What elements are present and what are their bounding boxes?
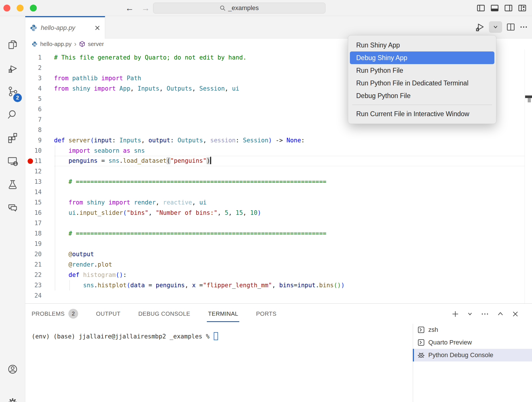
customize-layout-icon[interactable] xyxy=(518,3,527,13)
code-line-12[interactable]: 12 xyxy=(25,166,525,177)
debug-run-icon[interactable] xyxy=(474,22,485,32)
navigate-forward-button[interactable]: → xyxy=(141,3,150,13)
toggle-secondary-sidebar-icon[interactable] xyxy=(504,3,513,13)
code-line-20[interactable]: 20 @output xyxy=(25,249,525,259)
menu-item-debug-shiny-app[interactable]: Debug Shiny App xyxy=(350,51,494,64)
code-line-23[interactable]: 23 sns.histplot(data = penguins, x ="fli… xyxy=(25,280,525,290)
line-number[interactable]: 12 xyxy=(25,166,54,177)
new-terminal-icon[interactable] xyxy=(452,310,459,318)
line-number[interactable]: 13 xyxy=(25,177,54,187)
code-line-10[interactable]: 10 import seaborn as sns xyxy=(25,146,525,156)
zoom-window-button[interactable] xyxy=(30,5,37,12)
breadcrumb-symbol[interactable]: server xyxy=(88,41,104,47)
code-line-14[interactable]: 14 xyxy=(25,187,525,197)
terminal-launch-dropdown-icon[interactable] xyxy=(467,311,473,317)
line-number[interactable]: 8 xyxy=(25,125,54,135)
panel-tab-debug-console[interactable]: DEBUG CONSOLE xyxy=(138,304,190,324)
line-number[interactable]: 4 xyxy=(25,83,54,94)
bottom-panel: PROBLEMS 2 OUTPUT DEBUG CONSOLE TERMINAL… xyxy=(25,303,532,402)
line-number[interactable]: 2 xyxy=(25,63,54,73)
code-line-13[interactable]: 13 # ===================================… xyxy=(25,177,525,187)
run-and-debug-icon[interactable] xyxy=(7,62,18,74)
code-line-17[interactable]: 17 xyxy=(25,218,525,228)
tab-hello-app[interactable]: hello-app.py xyxy=(25,16,105,39)
line-number[interactable]: 20 xyxy=(25,249,54,259)
run-dropdown-button[interactable] xyxy=(489,21,502,33)
menu-item-run-current-file-interactive-window[interactable]: Run Current File in Interactive Window xyxy=(348,108,496,120)
navigate-back-button[interactable]: ← xyxy=(125,3,134,13)
code-line-11[interactable]: 11 penguins = sns.load_dataset("penguins… xyxy=(25,156,525,166)
panel-tab-label: OUTPUT xyxy=(96,304,120,324)
breadcrumb-file[interactable]: hello-app.py xyxy=(40,41,72,47)
line-number[interactable]: 19 xyxy=(25,239,54,249)
close-panel-icon[interactable] xyxy=(512,311,519,317)
line-number[interactable]: 14 xyxy=(25,187,54,197)
line-number[interactable]: 21 xyxy=(25,259,54,270)
extensions-icon[interactable] xyxy=(7,132,18,144)
terminal-prompt: (env) (base) jjallaire@jjallairesmbp2 _e… xyxy=(32,333,213,340)
terminal-list-item-zsh[interactable]: zsh xyxy=(413,323,532,336)
breakpoint-dot[interactable] xyxy=(28,158,33,164)
line-number[interactable]: 23 xyxy=(25,280,54,290)
line-number[interactable]: 17 xyxy=(25,218,54,228)
more-actions-icon[interactable] xyxy=(519,23,528,31)
tab-label: hello-app.py xyxy=(41,24,91,32)
terminal-output[interactable]: (env) (base) jjallaire@jjallairesmbp2 _e… xyxy=(32,331,218,342)
toggle-panel-icon[interactable] xyxy=(490,3,499,13)
menu-item-debug-python-file[interactable]: Debug Python File xyxy=(348,89,496,102)
settings-gear-icon[interactable] xyxy=(7,397,18,402)
terminal-list-label: Python Debug Console xyxy=(428,351,493,359)
line-number[interactable]: 22 xyxy=(25,270,54,280)
remote-explorer-icon[interactable] xyxy=(7,156,18,167)
line-number[interactable]: 5 xyxy=(25,94,54,104)
panel-tab-label: PORTS xyxy=(256,304,276,324)
code-line-9[interactable]: 9def server(input: Inputs, output: Outpu… xyxy=(25,135,525,146)
search-icon[interactable] xyxy=(7,109,18,120)
code-line-8[interactable]: 8 xyxy=(25,125,525,135)
panel-tab-ports[interactable]: PORTS xyxy=(256,304,276,324)
toggle-sidebar-icon[interactable] xyxy=(476,3,485,13)
command-center-search[interactable]: _examples xyxy=(153,3,325,14)
code-line-16[interactable]: 16 ui.input_slider("bins", "Number of bi… xyxy=(25,208,525,218)
panel-more-actions-icon[interactable] xyxy=(481,310,489,318)
line-number[interactable]: 3 xyxy=(25,73,54,83)
code-line-24[interactable]: 24 xyxy=(25,290,525,301)
comments-icon[interactable] xyxy=(7,202,18,214)
close-tab-icon[interactable] xyxy=(95,25,100,31)
close-window-button[interactable] xyxy=(3,5,10,12)
line-number[interactable]: 6 xyxy=(25,104,54,114)
panel-tab-terminal[interactable]: TERMINAL xyxy=(208,304,238,324)
menu-item-run-python-file[interactable]: Run Python File xyxy=(348,64,496,77)
menu-item-run-python-file-dedicated-terminal[interactable]: Run Python File in Dedicated Terminal xyxy=(348,77,496,89)
code-line-19[interactable]: 19 xyxy=(25,239,525,249)
breadcrumb-separator: › xyxy=(74,40,76,48)
line-number[interactable]: 7 xyxy=(25,114,54,125)
terminal-cursor xyxy=(214,332,218,340)
terminal-list-item-python-debug-console[interactable]: Python Debug Console xyxy=(413,349,532,361)
terminal-list-item-quarto-preview[interactable]: Quarto Preview xyxy=(413,336,532,349)
panel-tab-problems[interactable]: PROBLEMS 2 xyxy=(32,304,78,324)
line-number[interactable]: 18 xyxy=(25,228,54,239)
testing-icon[interactable] xyxy=(7,179,18,190)
line-number[interactable]: 16 xyxy=(25,208,54,218)
menu-item-run-shiny-app[interactable]: Run Shiny App xyxy=(348,39,496,51)
maximize-panel-icon[interactable] xyxy=(497,311,504,317)
explorer-icon[interactable] xyxy=(7,39,18,51)
line-number[interactable]: 10 xyxy=(25,146,54,156)
code-line-21[interactable]: 21 @render.plot xyxy=(25,259,525,270)
code-line-18[interactable]: 18 # ===================================… xyxy=(25,228,525,239)
account-icon[interactable] xyxy=(7,363,18,375)
code-line-15[interactable]: 15 from shiny import render, reactive, u… xyxy=(25,197,525,208)
line-number[interactable]: 24 xyxy=(25,290,54,301)
line-number[interactable]: 9 xyxy=(25,135,54,146)
split-editor-icon[interactable] xyxy=(506,22,515,32)
minimize-window-button[interactable] xyxy=(17,5,24,12)
code-line-22[interactable]: 22 def histogram(): xyxy=(25,270,525,280)
code-line-content xyxy=(54,239,525,249)
scrollbar-handle[interactable] xyxy=(528,98,531,102)
symbol-namespace-icon xyxy=(79,41,85,47)
line-number[interactable]: 1 xyxy=(25,52,54,63)
panel-tab-output[interactable]: OUTPUT xyxy=(96,304,120,324)
line-number[interactable]: 15 xyxy=(25,197,54,208)
text-cursor xyxy=(210,157,211,164)
